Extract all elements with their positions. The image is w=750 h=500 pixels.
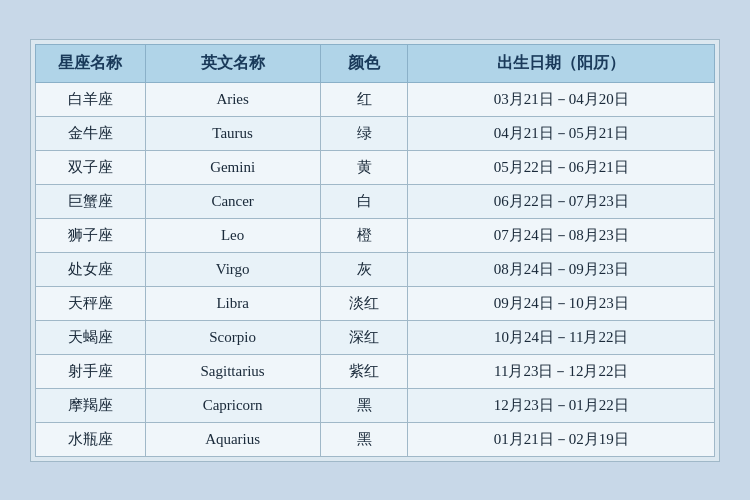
cell-chinese: 双子座 xyxy=(36,150,146,184)
cell-date: 03月21日－04月20日 xyxy=(408,82,715,116)
cell-english: Leo xyxy=(145,218,320,252)
cell-chinese: 巨蟹座 xyxy=(36,184,146,218)
cell-date: 09月24日－10月23日 xyxy=(408,286,715,320)
cell-english: Virgo xyxy=(145,252,320,286)
cell-chinese: 天蝎座 xyxy=(36,320,146,354)
table-header-row: 星座名称 英文名称 颜色 出生日期（阳历） xyxy=(36,44,715,82)
table-row: 金牛座Taurus绿04月21日－05月21日 xyxy=(36,116,715,150)
cell-chinese: 狮子座 xyxy=(36,218,146,252)
table-row: 白羊座Aries红03月21日－04月20日 xyxy=(36,82,715,116)
cell-chinese: 处女座 xyxy=(36,252,146,286)
cell-color: 橙 xyxy=(320,218,408,252)
cell-color: 灰 xyxy=(320,252,408,286)
cell-english: Cancer xyxy=(145,184,320,218)
cell-english: Libra xyxy=(145,286,320,320)
cell-date: 07月24日－08月23日 xyxy=(408,218,715,252)
table-row: 射手座Sagittarius紫红11月23日－12月22日 xyxy=(36,354,715,388)
cell-date: 06月22日－07月23日 xyxy=(408,184,715,218)
cell-date: 10月24日－11月22日 xyxy=(408,320,715,354)
cell-date: 05月22日－06月21日 xyxy=(408,150,715,184)
cell-chinese: 白羊座 xyxy=(36,82,146,116)
cell-color: 白 xyxy=(320,184,408,218)
cell-date: 12月23日－01月22日 xyxy=(408,388,715,422)
cell-date: 11月23日－12月22日 xyxy=(408,354,715,388)
cell-chinese: 射手座 xyxy=(36,354,146,388)
cell-color: 淡红 xyxy=(320,286,408,320)
cell-english: Scorpio xyxy=(145,320,320,354)
cell-chinese: 摩羯座 xyxy=(36,388,146,422)
table-row: 摩羯座Capricorn黑12月23日－01月22日 xyxy=(36,388,715,422)
cell-english: Taurus xyxy=(145,116,320,150)
cell-chinese: 天秤座 xyxy=(36,286,146,320)
cell-color: 黑 xyxy=(320,388,408,422)
cell-chinese: 金牛座 xyxy=(36,116,146,150)
cell-english: Capricorn xyxy=(145,388,320,422)
header-english: 英文名称 xyxy=(145,44,320,82)
header-chinese: 星座名称 xyxy=(36,44,146,82)
cell-date: 01月21日－02月19日 xyxy=(408,422,715,456)
table-body: 白羊座Aries红03月21日－04月20日金牛座Taurus绿04月21日－0… xyxy=(36,82,715,456)
cell-english: Sagittarius xyxy=(145,354,320,388)
cell-chinese: 水瓶座 xyxy=(36,422,146,456)
cell-english: Aquarius xyxy=(145,422,320,456)
cell-color: 深红 xyxy=(320,320,408,354)
cell-english: Aries xyxy=(145,82,320,116)
table-row: 天秤座Libra淡红09月24日－10月23日 xyxy=(36,286,715,320)
cell-color: 黑 xyxy=(320,422,408,456)
cell-date: 04月21日－05月21日 xyxy=(408,116,715,150)
table-row: 水瓶座Aquarius黑01月21日－02月19日 xyxy=(36,422,715,456)
header-color: 颜色 xyxy=(320,44,408,82)
cell-color: 紫红 xyxy=(320,354,408,388)
cell-color: 绿 xyxy=(320,116,408,150)
zodiac-table: 星座名称 英文名称 颜色 出生日期（阳历） 白羊座Aries红03月21日－04… xyxy=(35,44,715,457)
cell-date: 08月24日－09月23日 xyxy=(408,252,715,286)
table-row: 双子座Gemini黄05月22日－06月21日 xyxy=(36,150,715,184)
table-row: 天蝎座Scorpio深红10月24日－11月22日 xyxy=(36,320,715,354)
table-row: 处女座Virgo灰08月24日－09月23日 xyxy=(36,252,715,286)
cell-color: 黄 xyxy=(320,150,408,184)
zodiac-table-container: 星座名称 英文名称 颜色 出生日期（阳历） 白羊座Aries红03月21日－04… xyxy=(30,39,720,462)
table-row: 狮子座Leo橙07月24日－08月23日 xyxy=(36,218,715,252)
table-row: 巨蟹座Cancer白06月22日－07月23日 xyxy=(36,184,715,218)
header-date: 出生日期（阳历） xyxy=(408,44,715,82)
cell-english: Gemini xyxy=(145,150,320,184)
cell-color: 红 xyxy=(320,82,408,116)
